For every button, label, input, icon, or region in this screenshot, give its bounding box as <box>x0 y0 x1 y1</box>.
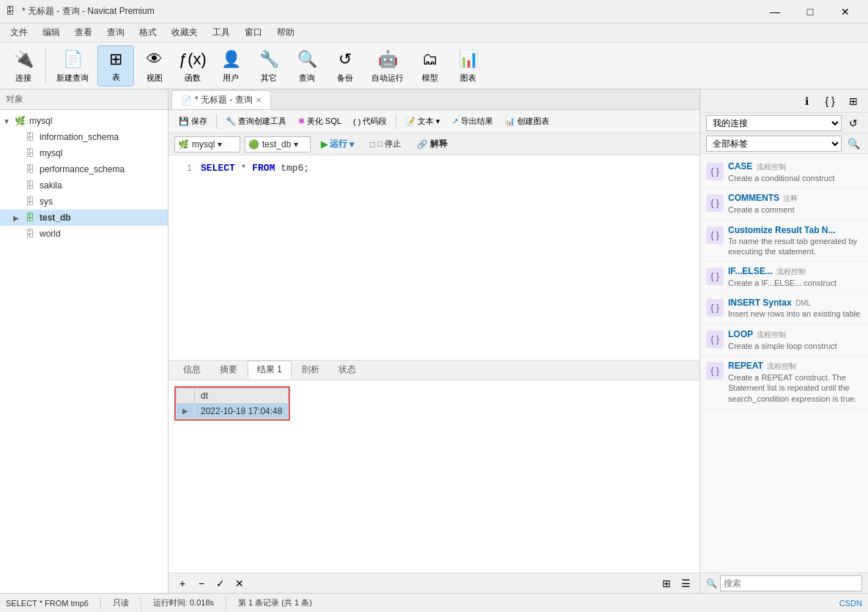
grid-panel-btn[interactable]: ⊞ <box>845 92 862 110</box>
tab-icon: 📄 <box>181 95 192 106</box>
sidebar-item-sakila[interactable]: 🗄sakila <box>0 177 168 193</box>
toolbar-btn-用户[interactable]: 👤用户 <box>213 45 248 86</box>
tab-close-btn[interactable]: ✕ <box>256 96 261 104</box>
add-row-button[interactable]: + <box>174 575 190 591</box>
db2-selector[interactable]: 🟢 test_db ▾ <box>245 136 311 152</box>
menu-item-帮助[interactable]: 帮助 <box>270 25 302 41</box>
menu-item-查询[interactable]: 查询 <box>100 25 132 41</box>
menu-item-收藏夹[interactable]: 收藏夹 <box>164 25 205 41</box>
refresh-connection-btn[interactable]: ↺ <box>845 114 862 132</box>
grid-view-button[interactable]: ⊞ <box>659 575 675 591</box>
snippet-comments-desc: Create a comment <box>728 204 862 215</box>
code-panel-btn[interactable]: { } <box>821 92 839 110</box>
chevron-icon: ▼ <box>3 117 13 125</box>
toolbar-btn-视图[interactable]: 👁视图 <box>137 45 172 86</box>
toolbar-btn-表[interactable]: ⊞表 <box>97 45 134 86</box>
list-item[interactable]: { } LOOP 流程控制 Create a simple loop const… <box>700 325 868 356</box>
search-icon: 🔍 <box>706 578 717 589</box>
sidebar-item-test_db[interactable]: ▶🗄test_db <box>0 210 168 226</box>
stop-icon: □ <box>370 139 375 150</box>
toolbar-btn-自动运行[interactable]: 🤖自动运行 <box>366 45 409 86</box>
save-label: 保存 <box>191 116 207 127</box>
search-input[interactable] <box>720 575 862 591</box>
toolbar-btn-其它[interactable]: 🔧其它 <box>251 45 286 86</box>
sidebar-tree[interactable]: ▼🌿mysql🗄information_schema🗄mysql🗄perform… <box>0 110 168 593</box>
toolbar-btn-备份[interactable]: ↺备份 <box>327 45 363 86</box>
menu-item-文件[interactable]: 文件 <box>3 25 35 41</box>
info-panel-btn[interactable]: ℹ <box>798 92 815 110</box>
search-filter-btn[interactable]: 🔍 <box>845 135 862 152</box>
minimize-button[interactable]: — <box>758 0 792 23</box>
toolbar-btn-查询[interactable]: 🔍查询 <box>289 45 324 86</box>
text-button[interactable]: 📝 文本 ▾ <box>401 113 445 130</box>
save-button[interactable]: 💾 保存 <box>174 113 212 130</box>
tag-selector[interactable]: 全部标签 <box>706 136 842 152</box>
result-tab-summary[interactable]: 摘要 <box>211 361 246 378</box>
export-result-button[interactable]: ↗ 导出结果 <box>448 113 497 130</box>
db1-selector[interactable]: 🌿 mysql ▾ <box>174 136 240 152</box>
snippet-list: { } CASE 流程控制 Create a conditional const… <box>700 154 868 572</box>
menu-item-工具[interactable]: 工具 <box>205 25 237 41</box>
tree-label: information_schema <box>40 132 119 142</box>
snippet-case-icon: { } <box>706 163 724 180</box>
confirm-button[interactable]: ✓ <box>212 575 229 591</box>
toolbar-btn-模型[interactable]: 🗂模型 <box>412 45 448 86</box>
result-tab-result1[interactable]: 结果 1 <box>248 361 292 379</box>
toolbar-separator <box>45 48 46 84</box>
toolbar-label-自动运行: 自动运行 <box>371 73 404 84</box>
cancel-button[interactable]: ✕ <box>231 575 248 591</box>
sidebar-item-information_schema[interactable]: 🗄information_schema <box>0 129 168 145</box>
toolbar-btn-连接[interactable]: 🔌连接 <box>6 45 41 86</box>
title-bar: 🗄 * 无标题 - 查询 - Navicat Premium — □ ✕ <box>0 0 868 23</box>
result-tab-info[interactable]: 信息 <box>174 361 209 378</box>
menu-item-编辑[interactable]: 编辑 <box>35 25 67 41</box>
table-row[interactable]: ▶ 2022-10-18 17:04:48 <box>177 403 289 419</box>
result-container: dt ▶ 2022-10-18 17:04:48 <box>168 380 296 429</box>
right-panel-header: ℹ { } ⊞ <box>700 89 868 113</box>
sidebar-item-mysql[interactable]: 🗄mysql <box>0 145 168 161</box>
snippet-ifelse-icon: { } <box>706 268 724 285</box>
snippet-button[interactable]: ( ) 代码段 <box>349 113 391 130</box>
list-item[interactable]: { } INSERT Syntax DML Insert new rows in… <box>700 293 868 324</box>
list-item[interactable]: { } COMMENTS 注释 Create a comment <box>700 188 868 220</box>
beautify-sql-button[interactable]: ✱ 美化 SQL <box>294 113 346 130</box>
delete-row-button[interactable]: − <box>193 575 209 591</box>
snippet-case-title: CASE 流程控制 <box>728 161 862 172</box>
form-view-button[interactable]: ☰ <box>678 575 694 591</box>
sidebar-item-performance_schema[interactable]: 🗄performance_schema <box>0 161 168 177</box>
db2-arrow: ▾ <box>294 139 298 150</box>
toolbar-btn-图表[interactable]: 📊图表 <box>450 45 486 86</box>
line-number-1: 1 <box>174 161 192 176</box>
result-tab-profile[interactable]: 剖析 <box>293 361 328 378</box>
row-marker: ▶ <box>177 403 195 419</box>
result-tab-status[interactable]: 状态 <box>330 361 365 378</box>
toolbar-btn-新建查询[interactable]: 📄新建查询 <box>51 45 94 86</box>
list-item[interactable]: { } Customize Result Tab N... To name th… <box>700 221 868 262</box>
list-item[interactable]: { } REPEAT 流程控制 Create a REPEAT construc… <box>700 356 868 409</box>
close-button[interactable]: ✕ <box>828 0 862 23</box>
sidebar-item-world[interactable]: 🗄world <box>0 226 168 242</box>
query-tab-active[interactable]: 📄 * 无标题 - 查询 ✕ <box>171 90 271 109</box>
query-builder-button[interactable]: 🔧 查询创建工具 <box>221 113 291 130</box>
sidebar: 对象 ▼🌿mysql🗄information_schema🗄mysql🗄perf… <box>0 89 168 593</box>
toolbar-icon-用户: 👤 <box>219 48 242 71</box>
menu-item-窗口[interactable]: 窗口 <box>237 25 270 41</box>
stop-button[interactable]: □ □ 停止 <box>364 137 407 151</box>
toolbar-icon-备份: ↺ <box>333 48 357 71</box>
menu-item-格式[interactable]: 格式 <box>132 25 164 41</box>
menu-item-查看[interactable]: 查看 <box>67 25 100 41</box>
list-item[interactable]: { } CASE 流程控制 Create a conditional const… <box>700 157 868 188</box>
create-chart-button[interactable]: 📊 创建图表 <box>500 113 554 130</box>
sidebar-item-mysql[interactable]: ▼🌿mysql <box>0 113 168 129</box>
list-item[interactable]: { } IF...ELSE... 流程控制 Create a IF...ELSE… <box>700 262 868 293</box>
query-builder-icon: 🔧 <box>226 117 236 126</box>
run-button[interactable]: ▶ 运行 ▾ <box>315 136 360 152</box>
explain-button[interactable]: 🔗 解释 <box>411 136 453 152</box>
result-tab-result1-label: 结果 1 <box>257 364 282 375</box>
toolbar-btn-函数[interactable]: ƒ(x)函数 <box>175 45 210 86</box>
result-tab-bar: 信息 摘要 结果 1 剖析 状态 <box>168 360 700 380</box>
connection-selector[interactable]: 我的连接 <box>706 115 842 131</box>
maximize-button[interactable]: □ <box>793 0 827 23</box>
sql-editor[interactable]: 1 SELECT * FROM tmp6; <box>168 155 700 360</box>
sidebar-item-sys[interactable]: 🗄sys <box>0 193 168 210</box>
